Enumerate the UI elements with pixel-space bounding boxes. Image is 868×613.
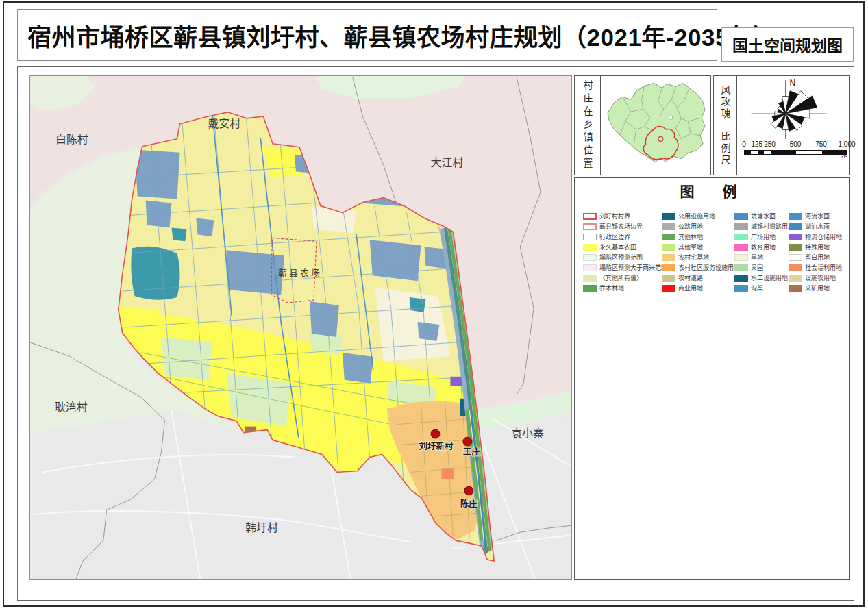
legend-swatch [583,213,597,220]
scalebar-tick: 0 [742,140,746,148]
legend-label: 采矿用地 [805,284,830,292]
legend-swatch [789,213,802,220]
legend-label: 沟渠 [751,284,763,292]
legend-label: 塌陷区预测范围 [599,253,643,262]
township-outline [608,83,705,162]
legend-swatch [662,213,675,220]
legend-swatch [662,264,675,271]
legend-item: 水工设施用地 [734,273,789,283]
legend-label: 公用设施用地 [678,212,715,221]
scalebar-tick: 500 [790,140,802,148]
legend-item: 设施农用地 [789,273,852,283]
legend-item: 永久基本农田 [583,242,662,252]
legend-swatch [734,264,748,271]
settlement-dot [464,486,473,495]
legend-label: 乔木林地 [599,284,624,292]
wind-rose: N [737,76,849,139]
scalebar-tick: 750 [815,140,827,148]
map-label: 耿湾村 [55,401,88,413]
legend-swatch [583,234,597,240]
legend-label: 水工设施用地 [751,273,788,282]
township-inset-map [601,76,710,175]
scalebar-segment [796,151,822,154]
legend-swatch [662,254,675,261]
legend-swatch [734,234,748,240]
legend-label: 农村宅基地 [678,253,709,262]
town-seat-marker [669,116,672,119]
legend-label: 特殊用地 [805,242,830,251]
legend-item: 其他草地 [662,242,734,252]
legend-label: 物流仓储用地 [805,232,842,241]
page-title-text: 宿州市埇桥区蕲县镇刘圩村、蕲县镇农场村庄规划（2021年-2035年） [27,18,778,53]
legend-swatch [583,223,597,230]
legend-swatch [789,285,802,292]
legend-item: 特殊用地 [789,242,852,252]
legend-swatch [789,234,802,240]
legend-label: 永久基本农田 [599,242,636,251]
legend-label: 广场用地 [751,232,776,241]
legend-item: 塌陷区预测范围 [583,252,662,262]
legend-swatch [662,223,675,230]
legend-item: 采矿用地 [789,283,852,293]
legend-label: 果园 [751,263,763,272]
legend-swatch [734,275,748,282]
legend-item: 教育用地 [734,242,789,252]
scalebar-segment [764,151,770,154]
legend-swatch [662,275,675,282]
legend-swatch [789,264,802,271]
legend-label: 湖泊水面 [805,222,830,231]
legend-label: 教育用地 [751,242,776,251]
legend-item: 河流水面 [789,211,852,221]
legend-swatch [734,213,748,220]
north-label: N [790,78,796,88]
settlement-dot [431,429,440,438]
legend-swatch [583,275,597,282]
legend-swatch [734,254,748,261]
scalebar-segment [758,151,764,154]
legend-item: 旱地 [734,252,789,262]
scalebar [744,150,847,155]
legend-item: 留白用地 [789,252,852,262]
legend-panel: 图 例 刘圩村村界蕲县镇农场边界行政区边界永久基本农田塌陷区预测范围塌陷区预测大… [574,177,850,580]
legend-item: 物流仓储用地 [789,232,852,242]
settlement-label: 王庄 [463,447,480,457]
legend-label: 城镇村道路用地 [751,222,794,231]
legend-item: 商业用地 [662,283,734,293]
map-type-label: 国土空间规划图 [732,33,843,56]
location-panel-label: 村庄在乡镇位置 [575,76,601,175]
legend-label: 河流水面 [805,212,830,221]
legend-label: 农村社区服务设施用地 [678,263,740,272]
legend-item: 农村道路 [662,273,734,283]
legend-label: 社会福利用地 [805,263,842,272]
legend-label: 坑塘水面 [751,212,776,221]
legend-item: 广场用地 [734,232,789,242]
scalebar-unit: 米 [841,150,847,159]
legend-item: 乔木林地 [583,283,662,293]
legend-swatch [734,285,748,292]
legend-item: 湖泊水面 [789,221,852,232]
scalebar-tick: 1,000 [838,140,855,148]
map-label: 袁小寨 [511,427,544,439]
rose-scale-label: 风玫瑰 比例尺 [714,76,737,175]
legend-label: 设施农用地 [805,273,836,282]
legend-item: 农村宅基地 [662,252,734,262]
map-label: 大江村 [431,157,464,168]
legend-label: 公路用地 [678,222,703,231]
legend-label: 其他林地 [678,232,703,241]
legend-swatch [734,244,748,251]
legend-label: 商业用地 [678,284,703,292]
legend-swatch [583,254,597,261]
legend-item: 坑塘水面 [734,211,789,221]
legend-item: 塌陷区预测大于两米范围 [583,262,662,273]
map-type-box: 国土空间规划图 [721,27,854,62]
legend-item: 沟渠 [734,283,789,293]
legend-swatch [789,223,802,230]
rose-scale-panel: 风玫瑰 比例尺 N 01252505007501,000 米 [713,75,850,175]
legend-swatch [583,244,597,251]
legend-item: 公用设施用地 [662,211,734,221]
legend-item: 公路用地 [662,221,734,232]
legend-item: 果园 [734,262,789,273]
legend-swatch [662,244,675,251]
legend-swatch [583,285,597,292]
legend-label: 留白用地 [805,253,830,262]
